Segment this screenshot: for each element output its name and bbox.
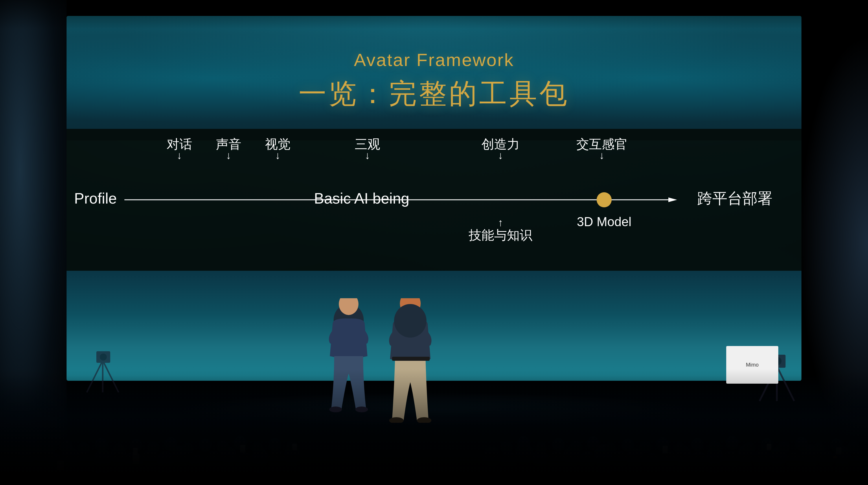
- bottom-fade: [0, 369, 868, 485]
- label-duihua: 对话: [167, 137, 192, 151]
- label-jiaohu: 交互感官: [576, 137, 627, 151]
- title-area: Avatar Framework 一览：完整的工具包: [66, 16, 802, 140]
- top-vignette: [0, 0, 868, 29]
- svg-point-150: [100, 353, 107, 361]
- arrow-sanguan: ↓: [365, 149, 370, 161]
- label-cross-platform: 跨平台部署: [697, 190, 773, 207]
- label-basic-ai-being: Basic AI being: [314, 190, 409, 207]
- label-profile: Profile: [74, 190, 117, 207]
- title-english: Avatar Framework: [354, 50, 514, 70]
- arrow-shengyin: ↓: [226, 149, 231, 161]
- arrow-jineng: ↑: [498, 217, 503, 228]
- arrow-duihua: ↓: [177, 149, 182, 161]
- mimo-badge: Mimo: [746, 362, 758, 368]
- label-shijue: 视觉: [265, 137, 290, 151]
- svg-rect-6: [392, 357, 430, 361]
- arrow-chuangzaoli: ↓: [498, 149, 503, 161]
- label-chuangzaoli: 创造力: [482, 137, 520, 151]
- label-sanguan: 三观: [355, 137, 380, 151]
- diagram-area: 对话 ↓ 声音 ↓ 视觉 ↓ 三观 ↓ 创造力 ↓ 交互感官 ↓: [66, 129, 802, 271]
- title-chinese: 一览：完整的工具包: [299, 75, 569, 113]
- label-3d-model: 3D Model: [577, 215, 631, 229]
- framework-diagram: 对话 ↓ 声音 ↓ 视觉 ↓ 三观 ↓ 创造力 ↓ 交互感官 ↓: [66, 129, 802, 271]
- timeline-dot: [597, 192, 612, 207]
- arrow-shijue: ↓: [275, 149, 280, 161]
- label-jineng: 技能与知识: [468, 228, 532, 242]
- svg-point-5: [394, 304, 427, 338]
- label-shengyin: 声音: [216, 137, 241, 151]
- arrow-jiaohu: ↓: [599, 149, 604, 161]
- timeline-arrow: [669, 198, 677, 202]
